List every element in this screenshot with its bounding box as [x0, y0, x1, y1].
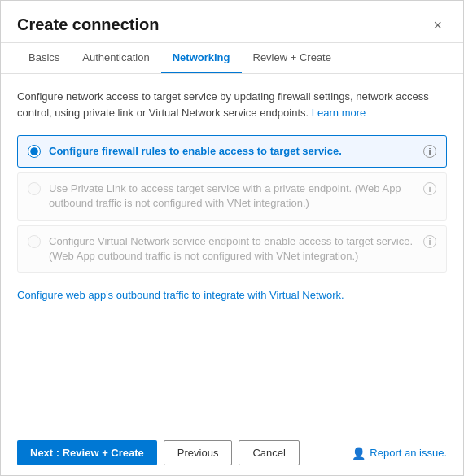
dialog-title: Create connection	[17, 15, 159, 34]
report-issue-link[interactable]: 👤 Report an issue.	[352, 447, 447, 460]
description-text: Configure network access to target servi…	[17, 89, 447, 120]
radio-label-private-link: Use Private Link to access target servic…	[49, 181, 417, 211]
previous-button[interactable]: Previous	[164, 440, 233, 465]
report-issue-text[interactable]: Report an issue.	[370, 447, 447, 459]
configure-vnet-link[interactable]: Configure web app's outbound traffic to …	[17, 289, 344, 301]
info-icon-firewall: i	[423, 145, 436, 158]
radio-option-private-link: Use Private Link to access target servic…	[17, 172, 447, 220]
networking-radio-group: Configure firewall rules to enable acces…	[17, 135, 447, 277]
report-icon: 👤	[352, 447, 366, 460]
dialog-header: Create connection ×	[1, 1, 463, 43]
tab-networking[interactable]: Networking	[161, 43, 242, 73]
tabs-bar: Basics Authentication Networking Review …	[1, 43, 463, 74]
radio-label-vnet-endpoint: Configure Virtual Network service endpoi…	[49, 234, 417, 264]
configure-link-container: Configure web app's outbound traffic to …	[17, 289, 447, 301]
create-connection-dialog: Create connection × Basics Authenticatio…	[0, 0, 464, 476]
close-button[interactable]: ×	[428, 16, 447, 34]
radio-option-vnet-endpoint: Configure Virtual Network service endpoi…	[17, 225, 447, 273]
radio-input-private-link	[28, 182, 41, 195]
radio-label-firewall: Configure firewall rules to enable acces…	[49, 144, 342, 159]
info-icon-private-link: i	[423, 182, 436, 195]
radio-option-firewall[interactable]: Configure firewall rules to enable acces…	[17, 135, 447, 168]
tab-basics[interactable]: Basics	[17, 43, 71, 73]
cancel-button[interactable]: Cancel	[239, 440, 299, 465]
info-icon-vnet-endpoint: i	[423, 235, 436, 248]
tab-authentication[interactable]: Authentication	[71, 43, 160, 73]
radio-input-firewall[interactable]	[28, 145, 41, 158]
tab-review-create[interactable]: Review + Create	[242, 43, 343, 73]
learn-more-link[interactable]: Learn more	[312, 107, 366, 119]
radio-input-vnet-endpoint	[28, 235, 41, 248]
dialog-footer: Next : Review + Create Previous Cancel 👤…	[1, 430, 463, 475]
dialog-body: Configure network access to target servi…	[1, 74, 463, 430]
next-button[interactable]: Next : Review + Create	[17, 440, 157, 465]
